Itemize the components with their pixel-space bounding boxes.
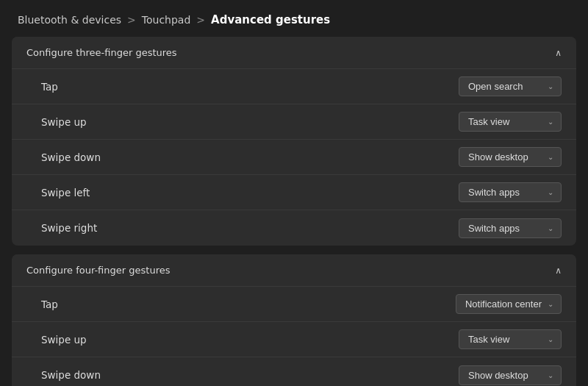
gesture-dropdown-1-1[interactable]: Task view⌄ — [459, 329, 562, 349]
gesture-label-0-0: Tap — [41, 81, 58, 93]
gesture-value-1-1: Task view — [468, 334, 509, 345]
gesture-dropdown-0-0[interactable]: Open search⌄ — [459, 76, 562, 96]
gesture-row: Swipe downShow desktop⌄ — [12, 140, 576, 175]
gesture-label-1-2: Swipe down — [41, 369, 101, 381]
chevron-icon-four-finger: ∧ — [555, 265, 562, 276]
dropdown-chevron-icon-0-3: ⌄ — [548, 188, 553, 196]
breadcrumb-link-touchpad[interactable]: Touchpad — [142, 14, 191, 26]
breadcrumb-link-bluetooth[interactable]: Bluetooth & devices — [18, 14, 121, 26]
chevron-icon-three-finger: ∧ — [555, 48, 562, 58]
gesture-dropdown-0-3[interactable]: Switch apps⌄ — [459, 182, 562, 202]
dropdown-chevron-icon-0-0: ⌄ — [548, 82, 553, 90]
gesture-row: Swipe rightSwitch apps⌄ — [12, 210, 576, 246]
gesture-dropdown-1-2[interactable]: Show desktop⌄ — [459, 365, 562, 385]
gesture-row: TapOpen search⌄ — [12, 69, 576, 104]
gesture-row: Swipe upTask view⌄ — [12, 104, 576, 140]
gesture-value-0-1: Task view — [468, 116, 509, 127]
section-three-finger: Configure three-finger gestures∧TapOpen … — [12, 37, 576, 246]
gesture-label-1-0: Tap — [41, 299, 58, 310]
gesture-dropdown-0-1[interactable]: Task view⌄ — [459, 112, 562, 132]
gesture-label-0-2: Swipe down — [41, 151, 101, 163]
gesture-value-0-3: Switch apps — [468, 187, 520, 198]
dropdown-chevron-icon-1-0: ⌄ — [548, 300, 553, 308]
dropdown-chevron-icon-1-1: ⌄ — [548, 335, 553, 343]
section-title-three-finger: Configure three-finger gestures — [26, 47, 177, 58]
gesture-row: Swipe leftSwitch apps⌄ — [12, 175, 576, 210]
gesture-dropdown-0-4[interactable]: Switch apps⌄ — [459, 218, 562, 238]
gesture-label-0-1: Swipe up — [41, 116, 87, 128]
gesture-value-0-2: Show desktop — [468, 151, 528, 162]
breadcrumb-separator-1: > — [127, 14, 136, 26]
gesture-label-0-3: Swipe left — [41, 187, 90, 199]
gesture-value-1-0: Notification center — [465, 299, 542, 310]
gesture-dropdown-1-0[interactable]: Notification center⌄ — [456, 294, 562, 314]
gesture-value-1-2: Show desktop — [468, 370, 528, 381]
dropdown-chevron-icon-0-4: ⌄ — [548, 224, 553, 232]
section-four-finger: Configure four-finger gestures∧TapNotifi… — [12, 254, 576, 386]
main-content: Configure three-finger gestures∧TapOpen … — [0, 37, 588, 386]
section-header-four-finger[interactable]: Configure four-finger gestures∧ — [12, 254, 576, 287]
breadcrumb-separator-2: > — [196, 14, 205, 26]
section-title-four-finger: Configure four-finger gestures — [26, 265, 170, 276]
dropdown-chevron-icon-0-1: ⌄ — [548, 118, 553, 126]
page-title: Advanced gestures — [211, 13, 330, 26]
gesture-label-0-4: Swipe right — [41, 222, 97, 234]
section-header-three-finger[interactable]: Configure three-finger gestures∧ — [12, 37, 576, 69]
gesture-value-0-4: Switch apps — [468, 223, 520, 234]
gesture-label-1-1: Swipe up — [41, 334, 87, 346]
gesture-row: Swipe downShow desktop⌄ — [12, 357, 576, 386]
gesture-row: TapNotification center⌄ — [12, 287, 576, 322]
gesture-value-0-0: Open search — [468, 81, 523, 92]
breadcrumb: Bluetooth & devices > Touchpad > Advance… — [0, 0, 588, 37]
dropdown-chevron-icon-1-2: ⌄ — [548, 371, 553, 379]
gesture-dropdown-0-2[interactable]: Show desktop⌄ — [459, 147, 562, 167]
gesture-row: Swipe upTask view⌄ — [12, 322, 576, 357]
dropdown-chevron-icon-0-2: ⌄ — [548, 153, 553, 161]
